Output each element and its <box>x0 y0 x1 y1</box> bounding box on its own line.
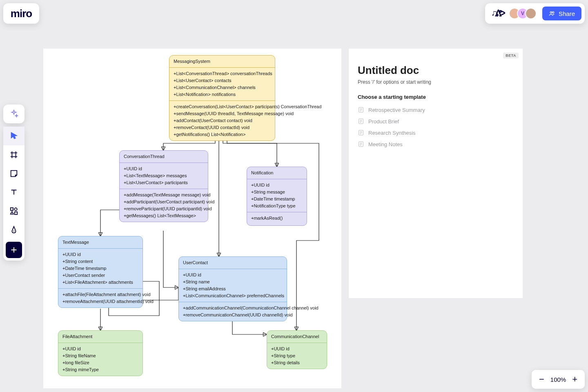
share-label: Share <box>559 10 575 17</box>
template-option[interactable]: Product Brief <box>358 116 514 127</box>
template-option[interactable]: Meeting Notes <box>358 138 514 150</box>
uml-operation: +addContact(UserContact contact) void <box>174 117 271 124</box>
doc-icon <box>358 141 364 147</box>
uml-attribute: +NotificationType type <box>251 203 303 209</box>
uml-attribute: +UUID id <box>124 165 204 172</box>
zoom-level[interactable]: 100% <box>550 376 566 383</box>
uml-operation: +addParticipant(UserContact participant)… <box>124 198 204 205</box>
template-option[interactable]: Retrospective Summary <box>358 104 514 116</box>
uml-class-conversation-thread[interactable]: ConversationThread +UUID id+List<TextMes… <box>119 150 208 222</box>
left-toolbar <box>3 105 24 261</box>
uml-attribute: +UUID id <box>183 272 283 278</box>
template-label: Retrospective Summary <box>368 107 425 113</box>
sticky-note-tool[interactable] <box>3 164 24 183</box>
uml-class-name: ConversationThread <box>120 151 208 163</box>
zoom-out-button[interactable]: − <box>537 374 547 384</box>
uml-operations: +addCommunicationChannel(CommunicationCh… <box>179 302 287 321</box>
uml-class-notification[interactable]: Notification +UUID id+String message+Dat… <box>247 167 307 226</box>
uml-attribute: +String message <box>251 189 303 196</box>
uml-operations: +markAsRead() <box>247 212 307 225</box>
doc-title[interactable]: Untitled doc <box>358 64 514 77</box>
uml-attribute: +String name <box>183 278 283 285</box>
document-panel[interactable]: BETA Untitled doc Press '/' for options … <box>349 49 523 298</box>
zoom-in-button[interactable]: + <box>570 374 580 384</box>
emoji-reactions-icon[interactable]: ♫ᕕᕗ <box>491 8 503 19</box>
miro-logo[interactable]: miro <box>3 3 39 24</box>
ai-sparkle-tool[interactable] <box>3 105 24 123</box>
uml-operations: +createConversation(List<UserContact> pa… <box>169 101 275 140</box>
text-tool[interactable] <box>3 183 24 202</box>
uml-attributes: +UUID id+String content+DateTime timesta… <box>58 249 143 289</box>
template-label: Product Brief <box>368 118 399 125</box>
uml-attributes: +UUID id+String message+DateTime timesta… <box>247 179 307 212</box>
shapes-tool[interactable] <box>3 202 24 220</box>
uml-operations: +attachFile(FileAttachment attachment) v… <box>58 289 143 307</box>
uml-attribute: +UUID id <box>251 182 303 189</box>
uml-attribute: +DateTime timestamp <box>251 196 303 203</box>
diagram-canvas[interactable]: MessagingSystem +List<ConversationThread… <box>43 49 341 388</box>
uml-attribute: +String details <box>271 359 323 366</box>
uml-attribute: +String mimeType <box>62 366 138 373</box>
uml-attribute: +List<UserContact> participants <box>124 179 204 186</box>
doc-hint: Press '/' for options or start writing <box>358 79 514 85</box>
uml-class-communication-channel[interactable]: CommunicationChannel +UUID id+String typ… <box>267 330 327 369</box>
uml-class-name: Notification <box>247 167 307 179</box>
svg-rect-0 <box>11 208 13 210</box>
uml-attribute: +DateTime timestamp <box>62 265 138 272</box>
uml-operation: +removeAttachment(UUID attachmentId) voi… <box>62 298 138 305</box>
templates-heading: Choose a starting template <box>358 94 514 100</box>
uml-attributes: +UUID id+String fileName+long fileSize+S… <box>58 343 143 376</box>
select-tool[interactable] <box>3 127 24 145</box>
uml-class-name: TextMessage <box>58 236 143 249</box>
uml-operation: +removeParticipant(UUID participantId) v… <box>124 205 204 212</box>
uml-class-name: FileAttachment <box>58 331 143 343</box>
uml-attribute: +String type <box>271 352 323 359</box>
uml-attribute: +List<FileAttachment> attachments <box>62 279 138 286</box>
uml-operation: +removeCommunicationChannel(UUID channel… <box>183 312 283 318</box>
uml-attribute: +UserContact sender <box>62 272 138 279</box>
collaborator-avatars[interactable]: V <box>509 8 537 19</box>
uml-operation: +removeContact(UUID contactId) void <box>174 124 271 131</box>
uml-class-file-attachment[interactable]: FileAttachment +UUID id+String fileName+… <box>58 330 143 376</box>
top-right-bar: ♫ᕕᕗ V Share <box>485 3 585 24</box>
uml-operation: +getNotifications() List<Notification> <box>174 131 271 138</box>
frame-tool[interactable] <box>3 145 24 164</box>
pen-tool[interactable] <box>3 220 24 239</box>
uml-attribute: +List<CommunicationChannel> preferredCha… <box>183 292 283 299</box>
svg-point-1 <box>14 208 17 210</box>
uml-class-name: MessagingSystem <box>169 56 275 68</box>
template-label: Research Synthesis <box>368 130 416 136</box>
share-button[interactable]: Share <box>542 7 581 20</box>
uml-attribute: +UUID id <box>271 345 323 352</box>
uml-attributes: +UUID id+List<TextMessage> messages+List… <box>120 163 208 189</box>
template-option[interactable]: Research Synthesis <box>358 127 514 138</box>
uml-operation: +addCommunicationChannel(CommunicationCh… <box>183 305 283 312</box>
template-label: Meeting Notes <box>368 141 403 147</box>
uml-class-text-message[interactable]: TextMessage +UUID id+String content+Date… <box>58 236 143 308</box>
uml-operation: +addMessage(TextMessage message) void <box>124 192 204 198</box>
uml-operation: +sendMessage(UUID threadId, TextMessage … <box>174 110 271 117</box>
add-more-tool[interactable] <box>6 242 22 258</box>
uml-attribute: +List<CommunicationChannel> channels <box>174 84 271 91</box>
svg-rect-2 <box>15 212 17 214</box>
uml-class-name: UserContact <box>179 257 287 269</box>
uml-operation: +markAsRead() <box>251 215 303 222</box>
doc-icon <box>358 118 364 125</box>
uml-class-user-contact[interactable]: UserContact +UUID id+String name+String … <box>178 256 287 321</box>
avatar[interactable] <box>525 8 537 19</box>
uml-operation: +getMessages() List<TextMessage> <box>124 212 204 219</box>
people-icon <box>549 10 555 17</box>
uml-attribute: +UUID id <box>62 345 138 352</box>
beta-badge: BETA <box>503 53 519 58</box>
uml-class-messaging-system[interactable]: MessagingSystem +List<ConversationThread… <box>169 55 275 141</box>
uml-attributes: +UUID id+String name+String emailAddress… <box>179 269 287 302</box>
uml-attributes: +UUID id+String type+String details <box>267 343 327 369</box>
uml-attribute: +long fileSize <box>62 359 138 366</box>
uml-attribute: +String content <box>62 258 138 265</box>
uml-operations: +addMessage(TextMessage message) void+ad… <box>120 189 208 222</box>
zoom-control: − 100% + <box>532 370 585 389</box>
uml-operation: +createConversation(List<UserContact> pa… <box>174 103 271 110</box>
uml-attribute: +List<ConversationThread> conversationTh… <box>174 70 271 77</box>
uml-class-name: CommunicationChannel <box>267 331 327 343</box>
uml-operation: +attachFile(FileAttachment attachment) v… <box>62 291 138 298</box>
